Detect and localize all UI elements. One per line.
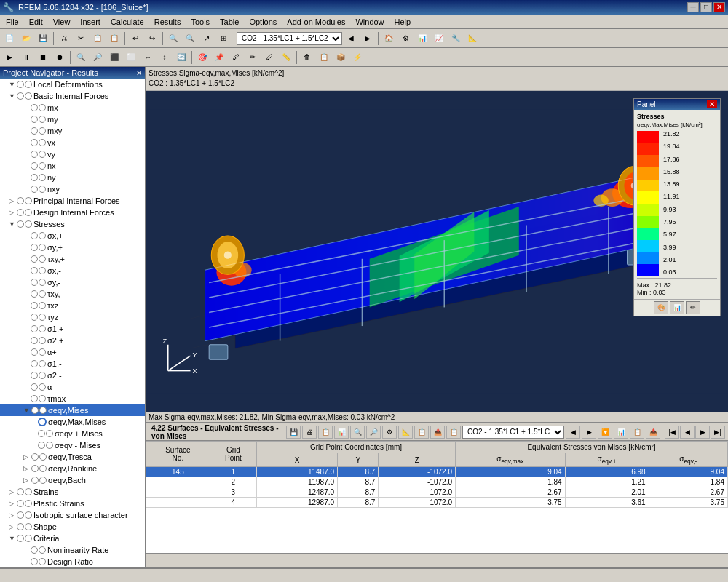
tb-btn-15[interactable]: 🔧 bbox=[448, 31, 464, 47]
menubar-item-help[interactable]: Help bbox=[390, 16, 416, 28]
btm-filter-button[interactable]: 🔽 bbox=[598, 426, 612, 439]
tb-btn-14[interactable]: 📈 bbox=[431, 31, 447, 47]
tree-item-26[interactable]: α- bbox=[0, 381, 145, 393]
btm-nav-next[interactable]: ▶ bbox=[695, 426, 710, 439]
tree-item-19[interactable]: τxz bbox=[0, 300, 145, 311]
expand-icon-0[interactable]: ▼ bbox=[9, 81, 16, 88]
tb-btn-5[interactable]: ↩ bbox=[127, 31, 143, 47]
table-row-0[interactable]: 145111487.08.7-1072.09.046.989.04 bbox=[146, 467, 728, 477]
prev-lc-button[interactable]: ◀ bbox=[343, 31, 359, 47]
btm-btn-5[interactable]: 🔍 bbox=[350, 426, 365, 439]
tree-item-34[interactable]: ▷σeqv,Bach bbox=[0, 474, 145, 486]
btm-next-button[interactable]: ▶ bbox=[582, 426, 596, 439]
tb-btn-9[interactable]: ↗ bbox=[199, 31, 215, 47]
expand-icon-38[interactable]: ▷ bbox=[9, 523, 16, 530]
btm-btn-6[interactable]: 🔎 bbox=[366, 426, 381, 439]
tree-item-14[interactable]: σy,+ bbox=[0, 242, 145, 253]
tb2-btn-21[interactable]: ⚡ bbox=[349, 49, 365, 65]
tb2-btn-13[interactable]: 📌 bbox=[211, 49, 227, 65]
btm-nav-last[interactable]: ▶| bbox=[711, 426, 725, 439]
tb2-btn-20[interactable]: 📦 bbox=[333, 49, 349, 65]
tree-item-7[interactable]: nx bbox=[0, 160, 145, 172]
tree-item-22[interactable]: σ2,+ bbox=[0, 335, 145, 346]
menubar-item-insert[interactable]: Insert bbox=[76, 16, 105, 28]
legend-btn-2[interactable]: 📊 bbox=[670, 301, 684, 314]
tree-item-25[interactable]: σ2,- bbox=[0, 370, 145, 381]
tb2-btn-1[interactable]: ▶ bbox=[1, 49, 17, 65]
table-row-2[interactable]: 312487.08.7-1072.02.672.012.67 bbox=[146, 487, 728, 498]
tree-item-37[interactable]: ▷Isotropic surface character bbox=[0, 509, 145, 521]
tree-item-36[interactable]: ▷Plastic Strains bbox=[0, 498, 145, 509]
tree-item-23[interactable]: α+ bbox=[0, 346, 145, 358]
tree-item-38[interactable]: ▷Shape bbox=[0, 521, 145, 533]
tree-item-32[interactable]: ▷σeqv,Tresca bbox=[0, 451, 145, 463]
btm-export-btn2[interactable]: 📋 bbox=[630, 426, 644, 439]
tree-item-2[interactable]: mx bbox=[0, 102, 145, 113]
print-button[interactable]: 🖨 bbox=[56, 31, 72, 47]
tree-item-5[interactable]: vx bbox=[0, 137, 145, 148]
tb-btn-16[interactable]: 📐 bbox=[464, 31, 480, 47]
expand-icon-35[interactable]: ▷ bbox=[9, 488, 16, 495]
btm-btn-1[interactable]: 💾 bbox=[286, 426, 301, 439]
btm-btn-7[interactable]: ⚙ bbox=[382, 426, 397, 439]
btm-btn-10[interactable]: 📤 bbox=[430, 426, 445, 439]
next-lc-button[interactable]: ▶ bbox=[360, 31, 376, 47]
btm-prev-button[interactable]: ◀ bbox=[566, 426, 580, 439]
expand-icon-28[interactable]: ▼ bbox=[23, 407, 31, 414]
legend-btn-1[interactable]: 🎨 bbox=[654, 301, 668, 314]
tree-item-27[interactable]: τmax bbox=[0, 393, 145, 404]
menubar-item-calculate[interactable]: Calculate bbox=[106, 16, 149, 28]
tree-item-11[interactable]: ▷Design Internal Forces bbox=[0, 207, 145, 218]
tb2-btn-2[interactable]: ⏸ bbox=[18, 49, 34, 65]
tb2-btn-15[interactable]: ✏ bbox=[245, 49, 261, 65]
table-lc-combo[interactable]: CO2 - 1.35*LC1 + 1.5*LC1 bbox=[462, 426, 564, 439]
expand-icon-10[interactable]: ▷ bbox=[9, 197, 16, 204]
tree-item-17[interactable]: σy,- bbox=[0, 276, 145, 288]
tb2-btn-19[interactable]: 📋 bbox=[316, 49, 332, 65]
btm-btn-11[interactable]: 📋 bbox=[446, 426, 461, 439]
tb-btn-7[interactable]: 🔍 bbox=[165, 31, 181, 47]
tree-radio-29[interactable] bbox=[38, 418, 47, 426]
legend-btn-3[interactable]: ✏ bbox=[686, 301, 700, 314]
tree-item-21[interactable]: σ1,+ bbox=[0, 323, 145, 335]
expand-icon-39[interactable]: ▼ bbox=[9, 535, 16, 542]
tree-item-15[interactable]: τxy,+ bbox=[0, 253, 145, 265]
tb2-btn-5[interactable]: 🔍 bbox=[73, 49, 89, 65]
tree-item-8[interactable]: ny bbox=[0, 172, 145, 183]
menubar-item-window[interactable]: Window bbox=[351, 16, 388, 28]
load-case-combo[interactable]: CO2 - 1.35*LC1 + 1.5*LC2 bbox=[237, 32, 342, 45]
expand-icon-32[interactable]: ▷ bbox=[23, 453, 31, 461]
btm-nav-prev[interactable]: ◀ bbox=[680, 426, 695, 439]
tree-item-18[interactable]: τxy,- bbox=[0, 288, 145, 300]
tree-item-13[interactable]: σx,+ bbox=[0, 230, 145, 242]
minimize-button[interactable]: ─ bbox=[687, 2, 699, 12]
tree-item-9[interactable]: nxy bbox=[0, 183, 145, 195]
menubar-item-file[interactable]: File bbox=[1, 16, 23, 28]
save-button[interactable]: 💾 bbox=[35, 31, 51, 47]
menubar-item-edit[interactable]: Edit bbox=[25, 16, 47, 28]
tb2-btn-10[interactable]: ↕ bbox=[157, 49, 173, 65]
menubar-item-view[interactable]: View bbox=[49, 16, 75, 28]
tree-item-30[interactable]: σeqv + Mises bbox=[0, 428, 145, 439]
tb2-btn-14[interactable]: 🖊 bbox=[228, 49, 244, 65]
open-button[interactable]: 📂 bbox=[18, 31, 34, 47]
tb2-btn-3[interactable]: ⏹ bbox=[35, 49, 51, 65]
tree-item-39[interactable]: ▼Criteria bbox=[0, 533, 145, 544]
menubar-item-results[interactable]: Results bbox=[150, 16, 186, 28]
tree-item-6[interactable]: vy bbox=[0, 148, 145, 160]
expand-icon-36[interactable]: ▷ bbox=[9, 500, 16, 507]
tb-btn-10[interactable]: ⊞ bbox=[215, 31, 232, 47]
tb2-btn-4[interactable]: ⏺ bbox=[52, 49, 68, 65]
tb2-btn-9[interactable]: ↔ bbox=[140, 49, 156, 65]
expand-icon-33[interactable]: ▷ bbox=[23, 465, 31, 472]
btm-export-btn1[interactable]: 📊 bbox=[614, 426, 628, 439]
viewport-3d[interactable]: Y X Z Panel ✕ Stresses σeqv,Max,Mises [k… bbox=[146, 91, 728, 412]
btm-btn-3[interactable]: 📋 bbox=[318, 426, 333, 439]
tree-item-12[interactable]: ▼Stresses bbox=[0, 218, 145, 230]
menubar-item-tools[interactable]: Tools bbox=[186, 16, 214, 28]
tb2-btn-18[interactable]: 🗑 bbox=[299, 49, 315, 65]
btm-btn-8[interactable]: 📐 bbox=[398, 426, 413, 439]
btm-btn-9[interactable]: 📋 bbox=[414, 426, 429, 439]
tb-btn-3[interactable]: 📋 bbox=[90, 31, 106, 47]
close-button[interactable]: ✕ bbox=[713, 2, 725, 12]
